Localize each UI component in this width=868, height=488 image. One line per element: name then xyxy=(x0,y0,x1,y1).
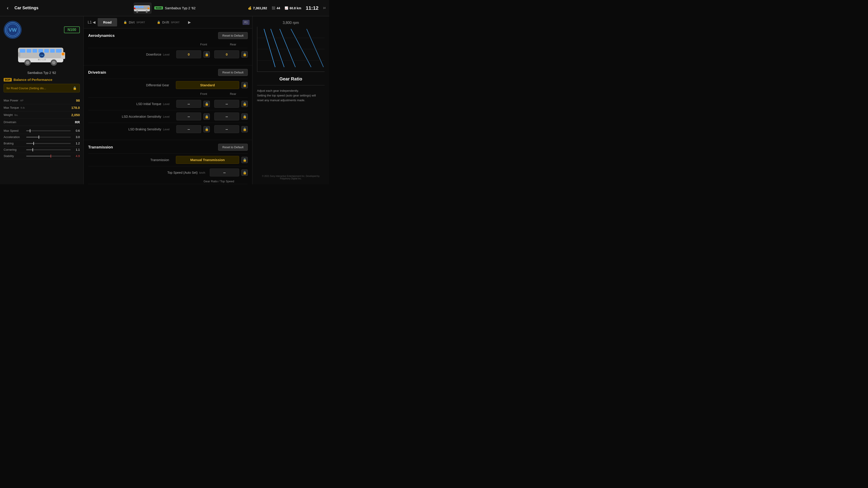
lsd-initial-front-lock[interactable]: 🔒 xyxy=(204,101,210,107)
car-name-badge: N100 Sambabus Typ 2 '62 xyxy=(154,6,195,10)
svg-text:VW: VW xyxy=(8,27,17,33)
top-bar-right: 💰 7,363,282 ⬛ 44 📈 60.8 km 11:12 14 xyxy=(248,5,326,11)
drivetrain-title: Drivetrain xyxy=(88,70,106,75)
car-brand-section: VW N100 xyxy=(4,21,80,39)
right-panel: 3,800 rpm Gear Ratio xyxy=(252,16,329,184)
drivetrain-row: Drivetrain RR xyxy=(4,119,80,126)
tab-bar: L1 ◀ Road 🔒 Dirt SPORT 🔒 Drift SPORT ▶ R… xyxy=(84,16,252,29)
drivetrain-value: RR xyxy=(75,120,80,124)
car-label-sidebar: Sambabus Typ 2 '62 xyxy=(4,71,80,74)
svg-point-8 xyxy=(146,11,147,12)
lsd-accel-rear[interactable]: -- xyxy=(214,112,239,121)
downforce-label: Downforce Level xyxy=(88,53,174,56)
stability-track[interactable] xyxy=(26,156,71,157)
diff-gear-lock[interactable]: 🔒 xyxy=(241,82,248,88)
svg-text:VW: VW xyxy=(40,54,43,57)
tab-road[interactable]: Road xyxy=(98,18,117,26)
aero-col-headers: Front Rear xyxy=(88,42,248,47)
lsd-braking-front[interactable]: -- xyxy=(176,125,201,133)
max-torque-row: Max Torque ft-lb 178.0 xyxy=(4,104,80,111)
lsd-braking-front-lock[interactable]: 🔒 xyxy=(204,126,210,132)
max-speed-slider-row: Max Speed 0.6 xyxy=(4,128,80,134)
gear-ratio-desc: Adjust each gear independently. Setting … xyxy=(257,89,324,103)
transmission-type-lock[interactable]: 🔒 xyxy=(241,157,248,163)
bop-section: BOP Balance of Performance xyxy=(4,78,80,82)
aerodynamics-title: Aerodynamics xyxy=(88,33,115,38)
sidebar: VW N100 xyxy=(0,16,84,184)
car-name-top: Sambabus Typ 2 '62 xyxy=(165,6,195,10)
gear-ratio-header-row: Gear Ratio / Top Speed xyxy=(88,179,248,184)
acceleration-track[interactable] xyxy=(26,137,71,138)
stability-slider-label: Stability xyxy=(4,154,24,158)
lsd-accel-rear-lock[interactable]: 🔒 xyxy=(241,113,248,120)
time-display: 11:12 xyxy=(306,5,318,11)
aerodynamics-header: Aerodynamics Reset to Default xyxy=(88,29,248,42)
level-display: ⬛ 44 xyxy=(272,6,280,10)
downforce-front-value[interactable]: 0 xyxy=(176,51,201,58)
downforce-front-lock[interactable]: 🔒 xyxy=(204,51,210,58)
aerodynamics-section: Aerodynamics Reset to Default Front Rear… xyxy=(84,29,252,65)
svg-rect-9 xyxy=(148,8,149,9)
weight-row: Weight lbs. 2,050 xyxy=(4,111,80,119)
distance-display: 📈 60.8 km xyxy=(285,6,301,10)
drivetrain-header: Drivetrain Reset to Default xyxy=(88,65,248,78)
acceleration-slider-label: Acceleration xyxy=(4,135,24,139)
acceleration-val: 3.0 xyxy=(73,135,80,139)
brand-logo: VW xyxy=(4,21,22,39)
cornering-track[interactable] xyxy=(26,149,71,150)
r1-badge: R1 xyxy=(243,20,250,25)
car-image-area: VW 藤とうふ店 xyxy=(4,42,80,69)
weight-label: Weight lbs. xyxy=(4,113,18,117)
svg-rect-18 xyxy=(33,49,37,53)
bop-badge: BOP xyxy=(4,78,12,82)
top-speed-value[interactable]: -- xyxy=(210,168,239,176)
braking-val: 1.2 xyxy=(73,142,80,145)
car-header-center: N100 Sambabus Typ 2 '62 xyxy=(133,2,195,14)
lsd-initial-row: LSD Initial Torque Level -- 🔒 -- 🔒 xyxy=(88,97,248,110)
tab-right-arrow[interactable]: ▶ xyxy=(187,20,192,24)
tab-dirt[interactable]: 🔒 Dirt SPORT xyxy=(118,18,151,26)
diff-gear-label: Differential Gear xyxy=(88,84,174,87)
tab-drift[interactable]: 🔒 Drift SPORT xyxy=(151,18,185,26)
lsd-initial-front[interactable]: -- xyxy=(176,100,201,108)
signal-icons: 14 xyxy=(323,7,326,9)
downforce-rear-lock[interactable]: 🔒 xyxy=(241,51,248,58)
max-speed-slider-label: Max Speed xyxy=(4,129,24,132)
lsd-initial-rear-lock[interactable]: 🔒 xyxy=(241,101,248,107)
max-power-value: 98 xyxy=(76,98,80,102)
top-speed-label: Top Speed (Auto Set) km/h xyxy=(88,171,210,174)
lsd-initial-label: LSD Initial Torque Level xyxy=(88,102,174,106)
transmission-type-value[interactable]: Manual Transmission xyxy=(176,156,239,164)
max-torque-label: Max Torque ft-lb xyxy=(4,106,25,109)
lsd-accel-row: LSD Acceleration Sensitivity Level -- 🔒 … xyxy=(88,110,248,123)
braking-track[interactable] xyxy=(26,143,71,144)
braking-slider-row: Braking 1.2 xyxy=(4,140,80,147)
cornering-slider-label: Cornering xyxy=(4,148,24,151)
top-speed-lock[interactable]: 🔒 xyxy=(241,169,248,176)
center-panel: L1 ◀ Road 🔒 Dirt SPORT 🔒 Drift SPORT ▶ R… xyxy=(84,16,252,184)
transmission-reset-button[interactable]: Reset to Default xyxy=(218,144,248,151)
braking-slider-label: Braking xyxy=(4,142,24,145)
lsd-braking-row: LSD Braking Sensitivity Level -- 🔒 -- 🔒 xyxy=(88,123,248,135)
transmission-type-row: Transmission Manual Transmission 🔒 xyxy=(88,153,248,166)
page-title: Car Settings xyxy=(14,6,38,10)
diff-gear-value[interactable]: Standard xyxy=(176,81,239,89)
lsd-braking-rear-lock[interactable]: 🔒 xyxy=(241,126,248,132)
cornering-val: 1.1 xyxy=(73,148,80,151)
lsd-accel-front[interactable]: -- xyxy=(176,112,201,121)
drivetrain-reset-button[interactable]: Reset to Default xyxy=(218,69,248,76)
svg-point-27 xyxy=(26,61,29,64)
drift-lock-icon: 🔒 xyxy=(157,21,160,24)
aerodynamics-reset-button[interactable]: Reset to Default xyxy=(218,32,248,39)
back-button[interactable]: ‹ xyxy=(4,4,12,12)
max-power-label: Max Power HP xyxy=(4,99,24,102)
lsd-initial-rear[interactable]: -- xyxy=(214,100,239,108)
main-content: L1 ◀ Road 🔒 Dirt SPORT 🔒 Drift SPORT ▶ R… xyxy=(84,16,329,184)
svg-rect-16 xyxy=(20,49,25,53)
lsd-accel-front-lock[interactable]: 🔒 xyxy=(204,113,210,120)
downforce-rear-value[interactable]: 0 xyxy=(214,51,239,58)
lsd-braking-rear[interactable]: -- xyxy=(214,125,239,133)
max-speed-track[interactable] xyxy=(26,130,71,131)
tab-left-arrow[interactable]: L1 ◀ xyxy=(86,20,97,24)
svg-rect-25 xyxy=(18,52,20,57)
